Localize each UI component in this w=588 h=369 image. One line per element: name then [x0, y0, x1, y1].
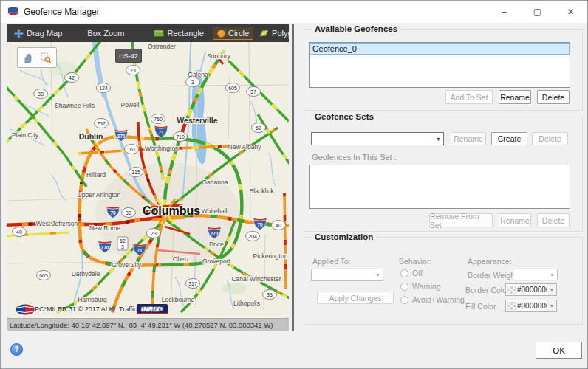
- window-title: Geofence Manager: [24, 7, 100, 17]
- rectangle-tool[interactable]: Rectangle: [154, 29, 204, 38]
- delete-in-set-button[interactable]: Delete: [537, 213, 570, 227]
- geofences-in-set-label: Geofences In This Set :: [312, 153, 397, 162]
- chevron-down-icon: ▼: [547, 284, 556, 295]
- svg-text:204: 204: [248, 234, 257, 239]
- svg-text:23: 23: [130, 68, 136, 73]
- svg-text:40: 40: [276, 223, 281, 228]
- pan-hand-icon[interactable]: [22, 52, 33, 63]
- route-shield: 750: [151, 114, 165, 124]
- title-bar[interactable]: Geofence Manager – ▢ ✕: [1, 1, 587, 23]
- remove-from-set-button[interactable]: Remove From Set: [429, 213, 493, 227]
- list-item[interactable]: Geofence_0: [310, 43, 570, 55]
- chevron-down-icon: ▼: [550, 272, 555, 277]
- traffic-map: 2707170270712707042332312425775071016131…: [7, 42, 289, 318]
- route-shield: 40: [272, 221, 286, 230]
- route-shield: 623: [117, 237, 128, 250]
- map-canvas[interactable]: 2707170270712707042332312425775071016131…: [7, 42, 289, 318]
- route-tooltip: US-42: [115, 49, 142, 63]
- close-button[interactable]: ✕: [554, 1, 587, 23]
- svg-text:40: 40: [16, 230, 22, 235]
- behavior-warning-label: Warning: [412, 282, 441, 291]
- help-icon[interactable]: ?: [10, 343, 23, 356]
- available-geofences-title: Available Geofences: [312, 24, 400, 33]
- fill-color-picker[interactable]: #00000000 ▼: [505, 300, 557, 312]
- box-zoom-icon[interactable]: [41, 52, 52, 63]
- map-toolbar: Drag Map Box Zoom Rectangle Circle Polyg…: [7, 24, 289, 42]
- rename-set-button[interactable]: Rename: [451, 132, 486, 145]
- add-to-set-button[interactable]: Add To Set: [445, 90, 493, 104]
- route-shield: 70: [253, 218, 266, 230]
- rename-in-set-button[interactable]: Rename: [499, 213, 531, 227]
- border-color-value: #00000000: [517, 286, 547, 294]
- fill-color-label: Fill Color: [465, 302, 496, 311]
- drag-map-tool[interactable]: Drag Map: [14, 29, 62, 38]
- panel-divider: [292, 24, 294, 331]
- apply-changes-button[interactable]: Apply Changes: [317, 292, 394, 304]
- svg-text:62: 62: [120, 238, 126, 244]
- route-shield: 270: [114, 130, 127, 142]
- ok-button[interactable]: OK: [536, 342, 582, 359]
- radio-icon: [400, 296, 408, 304]
- minimize-button[interactable]: –: [488, 1, 521, 23]
- polygon-tool[interactable]: Polygon: [259, 29, 301, 38]
- svg-text:270: 270: [211, 231, 219, 236]
- polygon-label: Polygon: [272, 29, 301, 38]
- city-label: Shawnee Hills: [55, 102, 95, 109]
- city-label: Darbydale: [72, 270, 100, 277]
- svg-text:257: 257: [97, 121, 106, 126]
- route-shield: 40: [13, 227, 27, 237]
- city-label: Columbus: [143, 204, 200, 217]
- city-label: Sunbury: [207, 52, 230, 60]
- city-label: Upper Arlington: [78, 191, 121, 199]
- circle-tool[interactable]: Circle: [213, 27, 253, 40]
- behavior-option-avoid-warning[interactable]: Avoid+Warning: [400, 295, 465, 304]
- available-geofences-list[interactable]: Geofence_0: [309, 42, 570, 88]
- behavior-option-off[interactable]: Off: [400, 269, 423, 277]
- geofence-set-select[interactable]: ▼: [311, 132, 444, 145]
- city-label: Hilliard: [86, 171, 106, 179]
- svg-text:270: 270: [117, 134, 126, 139]
- box-zoom-label: Box Zoom: [87, 29, 124, 38]
- svg-text:665: 665: [39, 273, 48, 278]
- route-shield: 33: [263, 290, 277, 300]
- delete-set-button[interactable]: Delete: [532, 132, 568, 145]
- box-zoom-tool[interactable]: Box Zoom: [87, 29, 124, 38]
- svg-text:317: 317: [188, 281, 197, 286]
- applied-to-select[interactable]: ▼: [311, 269, 383, 281]
- app-logo-icon: [7, 7, 19, 18]
- route-shield: 124: [97, 83, 111, 93]
- route-shield: 317: [186, 279, 200, 289]
- route-shield: 665: [37, 271, 51, 280]
- geofences-in-set-list[interactable]: [309, 165, 570, 209]
- route-shield: 315: [129, 168, 143, 177]
- create-set-button[interactable]: Create: [491, 132, 527, 145]
- radio-icon: [400, 283, 408, 291]
- map-mode-overlay: [17, 47, 57, 68]
- border-color-picker[interactable]: #00000000 ▼: [505, 283, 557, 296]
- maximize-button[interactable]: ▢: [521, 1, 554, 23]
- customization-group: Customization Applied To: ▼ Apply Change…: [304, 237, 583, 325]
- svg-text:37: 37: [250, 89, 256, 94]
- border-weight-select[interactable]: ▼: [513, 269, 558, 280]
- rename-geofence-button[interactable]: Rename: [499, 90, 531, 104]
- city-label: Pickerington: [253, 252, 288, 260]
- route-shield: 33: [34, 89, 48, 99]
- city-label: Plain City: [12, 131, 39, 139]
- chevron-down-icon: ▼: [436, 137, 441, 142]
- pcmiler-logo-icon: [16, 304, 35, 315]
- delete-geofence-button[interactable]: Delete: [537, 90, 570, 104]
- behavior-option-warning[interactable]: Warning: [400, 282, 441, 291]
- route-shield: 42: [65, 73, 79, 83]
- city-label: Obetz: [173, 255, 190, 263]
- border-color-label: Border Color: [465, 286, 510, 294]
- transparency-swatch-icon: [507, 286, 516, 294]
- route-shield: 204: [246, 232, 260, 241]
- behavior-off-label: Off: [412, 269, 423, 277]
- city-label: Grove City: [112, 261, 142, 269]
- route-shield: 710: [174, 132, 188, 142]
- svg-text:33: 33: [267, 292, 273, 297]
- transparency-swatch-icon: [507, 302, 516, 310]
- city-label: Groveport: [202, 258, 230, 265]
- svg-text:71: 71: [158, 130, 164, 135]
- city-label: Gahanna: [202, 179, 228, 186]
